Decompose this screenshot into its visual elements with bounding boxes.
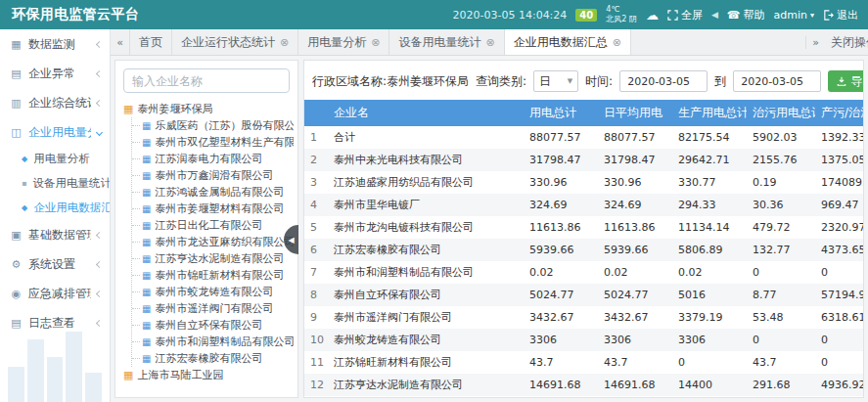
sidebar-subitem-label: 用电量分析	[33, 152, 90, 166]
table-cell: 88077.57	[524, 126, 598, 149]
tree-node[interactable]: ▦泰州市锦旺新材料有限公司	[132, 267, 294, 284]
export-button[interactable]: 导出	[828, 70, 864, 92]
data-table: 企业名用电总计日平均用电生产用电总计治污用电总计产污/治污(用电) 1合计880…	[304, 100, 864, 398]
table-row[interactable]: 12江苏亨达水泥制造有限公司14691.6814691.6814400291.6…	[304, 374, 864, 396]
tree-node[interactable]: ▦泰州市万鑫润滑有限公司	[132, 167, 294, 184]
sidebar-item[interactable]: ▣基础数据管理	[0, 220, 110, 249]
app-body: ▦数据监测▤企业异常▥企业综合统计◫企业用电量分析◆用电量分析▪设备用电量统计◆…	[0, 29, 868, 402]
tab[interactable]: 企业运行状态统计⊗	[172, 29, 298, 55]
table-row[interactable]: 2泰州中来光电科技有限公司31798.4731798.4729642.71215…	[304, 149, 864, 171]
table-cell: 6	[304, 239, 328, 261]
tree-node[interactable]: ▦泰州市蛟龙铸造有限公司	[132, 284, 294, 300]
collapse-arrow-icon[interactable]: ◀	[711, 10, 718, 20]
tree-node[interactable]: ▦泰州市姜堰塑材料有限公司	[132, 201, 294, 217]
tab[interactable]: 设备用电量统计⊗	[389, 29, 504, 55]
tree-node[interactable]: ▦泰州市龙达亚麻纺织有限公司	[132, 234, 294, 250]
weather-temperature: 4℃	[606, 5, 637, 15]
tree-node-label: 江苏宏泰橡胶有限公司	[155, 351, 262, 366]
table-row[interactable]: 3江苏迪盛家用纺织品有限公司330.96330.96330.770.191740…	[304, 171, 864, 194]
tab-label: 企业用电数据汇总	[514, 34, 608, 51]
tab[interactable]: 用电量分析⊗	[298, 29, 389, 55]
date-to-input[interactable]	[733, 70, 821, 92]
table-cell: 11613.86	[598, 216, 672, 239]
tree-node[interactable]: ▦泰州姜堰环保局	[123, 101, 294, 117]
sidebar-item[interactable]: ▤企业异常	[0, 59, 110, 88]
table-cell: 6159.63	[524, 396, 598, 398]
sidebar-subitem[interactable]: ◆用电量分析	[0, 147, 110, 171]
company-icon: ▦	[142, 203, 151, 214]
tree-node[interactable]: ▦江苏亨达水泥制造有限公司	[132, 250, 294, 267]
table-cell: 1392.33	[815, 126, 864, 149]
table-row[interactable]: 5泰州市龙沟电镀科技有限公司11613.8611613.8611134.1447…	[304, 216, 864, 239]
sidebar-subitem-label: 企业用电数据汇总	[33, 201, 110, 215]
table-cell: 12	[304, 374, 328, 396]
tree-node[interactable]: ▦泰州自立环保有限公司	[132, 317, 294, 334]
table-row[interactable]: 6江苏宏泰橡胶有限公司5939.665939.665806.89132.7743…	[304, 239, 864, 261]
sidebar-item[interactable]: ▤日志查看	[0, 308, 110, 337]
table-cell: 324.69	[598, 194, 672, 216]
company-icon: ▦	[142, 353, 151, 364]
sidebar-subitem-label: 设备用电量统计	[32, 176, 110, 191]
sidebar-item[interactable]: ◫企业用电量分析	[0, 117, 110, 147]
help-button[interactable]: ☎ 帮助	[727, 8, 765, 22]
query-type-label: 查询类别:	[476, 73, 526, 90]
fullscreen-button[interactable]: 全屏	[667, 8, 703, 22]
chevron-icon	[96, 290, 103, 296]
tree-node[interactable]: ▦上海市马陆工业园	[123, 367, 294, 383]
tabbar: « 首页企业运行状态统计⊗用电量分析⊗设备用电量统计⊗企业用电数据汇总⊗ » 关…	[111, 29, 868, 56]
tree: ▦泰州姜堰环保局▦乐威医药（江苏）股份有限公司▦泰州市双亿塑型材料生产有限公司▦…	[115, 99, 297, 397]
tree-node[interactable]: ▦泰州市双亿塑型材料生产有限公司	[132, 134, 294, 151]
table-row[interactable]: 10泰州蛟龙铸造有限公司33063306330600	[304, 329, 864, 351]
scroll-tabs-right-icon[interactable]: »	[805, 36, 825, 49]
tree-node[interactable]: ▦江苏宏泰橡胶有限公司	[132, 350, 294, 367]
username: admin	[774, 9, 807, 22]
tab-close-icon[interactable]: ⊗	[280, 36, 289, 49]
fullscreen-label: 全屏	[681, 8, 703, 22]
company-name-cell: 泰州自立环保有限公司	[328, 284, 524, 306]
tree-node-label: 泰州市双亿塑型材料生产有限公司	[155, 135, 294, 150]
company-name-cell: 合计	[328, 126, 524, 149]
table-cell: 9	[304, 306, 328, 329]
search-input[interactable]	[123, 68, 290, 93]
logout-button[interactable]: 退出	[823, 8, 858, 22]
logout-icon	[823, 10, 834, 21]
tab-close-icon[interactable]: ⊗	[485, 36, 494, 49]
scroll-tabs-left-icon[interactable]: «	[111, 29, 130, 55]
sidebar-item[interactable]: ◉应急减排管理	[0, 279, 110, 308]
table-cell: 57194.98	[815, 284, 864, 306]
table-row[interactable]: 11江苏锦旺新材料有限公司43.743.7043.70	[304, 351, 864, 374]
tree-node[interactable]: ▦泰州市和润塑料制品有限公司	[132, 334, 294, 350]
tab[interactable]: 企业用电数据汇总⊗	[505, 29, 631, 55]
query-type-select[interactable]: 日 ▼	[533, 70, 578, 92]
sidebar-subitem[interactable]: ▪设备用电量统计	[0, 171, 110, 196]
sidebar-item[interactable]: ▥企业综合统计	[0, 88, 110, 117]
user-menu[interactable]: admin ▾	[774, 9, 814, 22]
tree-node[interactable]: ▦江苏鸿诚金属制品有限公司	[132, 184, 294, 201]
sidebar-subitem[interactable]: ◆企业用电数据汇总	[0, 196, 110, 220]
data-grid-panel: 行政区域名称:泰州姜堰环保局 查询类别: 日 ▼ 时间: 到 导出	[303, 60, 864, 398]
export-label: 导出	[850, 73, 864, 90]
table-row[interactable]: 8泰州自立环保有限公司5024.775024.7750168.7757194.9…	[304, 284, 864, 306]
sidebar-item-label: 企业综合统计	[28, 95, 91, 112]
date-from-input[interactable]	[619, 70, 708, 92]
table-row[interactable]: 1合计88077.5788077.5782175.545902.031392.3…	[304, 126, 864, 149]
sidebar-item[interactable]: ▦数据监测	[0, 29, 110, 59]
table-cell: 5	[304, 216, 328, 239]
table-row[interactable]: 9泰州市遥洋阀门有限公司3432.673432.673379.1953.4863…	[304, 306, 864, 329]
tree-node[interactable]: ▦江苏润泰电力有限公司	[132, 151, 294, 167]
table-cell: 8	[304, 284, 328, 306]
table-row[interactable]: 7泰州市和润塑料制品有限公司0.020.020.0200	[304, 261, 864, 284]
tree-node[interactable]: ▦乐威医药（江苏）股份有限公司	[132, 117, 294, 134]
table-row[interactable]: 13泰州市龙达亚麻纺织有限公司6159.636159.635709.6450.0…	[304, 396, 864, 398]
close-operations-button[interactable]: 关闭操作	[825, 34, 868, 51]
tab-close-icon[interactable]: ⊗	[371, 36, 380, 49]
tab[interactable]: 首页	[130, 29, 172, 55]
tree-node[interactable]: ▦泰州市遥洋阀门有限公司	[132, 300, 294, 317]
tree-node[interactable]: ▦江苏日出化工有限公司	[132, 217, 294, 234]
table-cell: 3	[304, 171, 328, 194]
table-row[interactable]: 4泰州市里华电镀厂324.69324.69294.3330.36969.47	[304, 194, 864, 216]
weather-info: 4℃ 北风2 阴	[606, 5, 637, 24]
skyline-bar	[27, 339, 44, 402]
tab-close-icon[interactable]: ⊗	[613, 36, 621, 49]
sidebar-item[interactable]: ⚙系统设置	[0, 249, 110, 279]
